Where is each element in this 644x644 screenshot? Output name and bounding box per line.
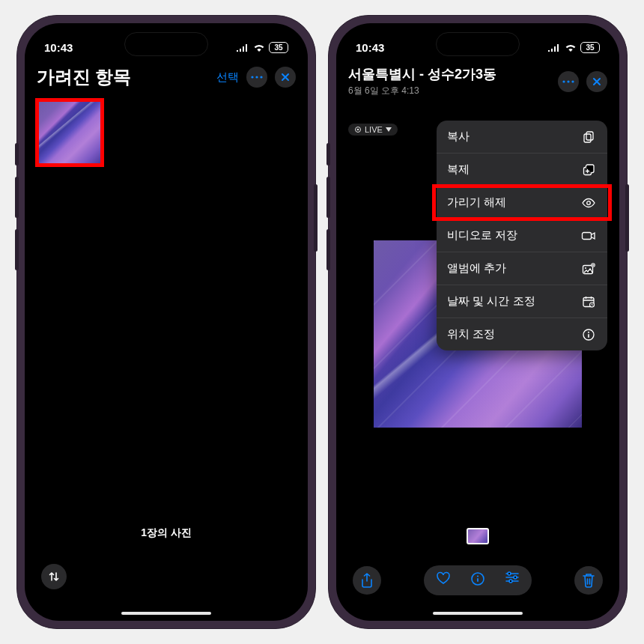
home-indicator[interactable] xyxy=(433,612,523,615)
live-badge[interactable]: LIVE xyxy=(348,124,398,136)
eye-icon xyxy=(580,198,597,208)
menu-label: 복제 xyxy=(447,162,470,177)
svg-rect-8 xyxy=(584,134,591,142)
menu-label: 복사 xyxy=(447,130,470,144)
trash-icon xyxy=(582,573,595,588)
favorite-button[interactable] xyxy=(436,571,451,589)
sliders-icon xyxy=(505,571,520,583)
share-button[interactable] xyxy=(353,566,381,595)
close-icon xyxy=(281,73,290,82)
power-btn xyxy=(625,184,629,252)
close-button[interactable] xyxy=(586,71,607,92)
home-indicator[interactable] xyxy=(121,612,211,615)
toolbar-pill xyxy=(424,565,532,595)
duplicate-icon xyxy=(580,163,597,177)
svg-point-14 xyxy=(585,267,586,269)
share-icon xyxy=(360,573,374,588)
delete-button[interactable] xyxy=(574,566,603,595)
video-icon xyxy=(580,231,597,241)
wifi-icon xyxy=(253,43,265,52)
side-btn xyxy=(326,143,330,165)
sort-arrows-icon xyxy=(48,571,60,583)
screen-left: 10:43 35 가려진 항목 선택 xyxy=(25,23,308,621)
svg-point-4 xyxy=(567,80,569,82)
more-button[interactable] xyxy=(558,71,579,92)
side-btn xyxy=(15,143,19,165)
edit-button[interactable] xyxy=(505,571,520,589)
power-btn xyxy=(314,184,318,252)
sort-button[interactable] xyxy=(41,564,67,589)
photo-thumbnail-highlight xyxy=(35,98,104,167)
info-button[interactable] xyxy=(470,571,485,589)
svg-rect-23 xyxy=(477,578,479,582)
battery-icon: 35 xyxy=(269,42,288,53)
svg-point-22 xyxy=(477,575,479,577)
svg-rect-9 xyxy=(586,132,593,140)
menu-label: 가리기 해제 xyxy=(447,195,506,210)
svg-point-24 xyxy=(508,572,511,575)
svg-point-7 xyxy=(357,129,359,131)
ellipsis-icon xyxy=(251,76,263,79)
menu-item-unhide[interactable]: 가리기 해제 xyxy=(437,186,607,219)
svg-point-0 xyxy=(251,76,253,78)
filmstrip-thumbnail[interactable] xyxy=(467,528,489,544)
menu-item-add-album[interactable]: 앨범에 추가 xyxy=(437,252,607,285)
dynamic-island xyxy=(437,33,519,55)
svg-point-5 xyxy=(571,80,574,82)
status-indicators: 35 xyxy=(548,42,600,53)
close-icon xyxy=(592,77,601,86)
menu-item-duplicate[interactable]: 복제 xyxy=(437,154,607,186)
vol-up-btn xyxy=(326,177,330,218)
vol-up-btn xyxy=(15,177,19,218)
battery-icon: 35 xyxy=(580,42,600,53)
more-button[interactable] xyxy=(246,67,267,88)
svg-point-3 xyxy=(562,80,565,82)
svg-rect-20 xyxy=(588,334,589,338)
menu-item-save-video[interactable]: 비디오로 저장 xyxy=(437,219,607,252)
status-time: 10:43 xyxy=(44,41,73,54)
bottom-toolbar xyxy=(336,565,619,595)
ellipsis-icon xyxy=(562,80,574,83)
menu-label: 앨범에 추가 xyxy=(447,261,506,276)
info-circle-icon xyxy=(470,571,485,586)
svg-point-11 xyxy=(587,201,591,204)
info-icon xyxy=(580,328,597,341)
page-title: 서울특별시 - 성수2가3동 xyxy=(348,65,496,83)
select-button[interactable]: 선택 xyxy=(216,70,239,85)
dynamic-island xyxy=(125,33,207,55)
menu-label: 위치 조정 xyxy=(447,327,495,341)
photo-grid xyxy=(25,92,308,173)
album-icon xyxy=(580,263,597,275)
menu-item-copy[interactable]: 복사 xyxy=(437,121,607,154)
status-time: 10:43 xyxy=(356,41,384,54)
calendar-icon xyxy=(580,295,597,309)
wifi-icon xyxy=(565,43,577,52)
cellular-icon xyxy=(548,43,561,52)
phone-frame-right: 10:43 35 서울특별시 - 성수2가3동 6월 6일 오후 4:13 xyxy=(328,15,628,629)
chevron-down-icon xyxy=(386,127,392,132)
live-icon xyxy=(354,126,362,133)
live-label: LIVE xyxy=(365,125,383,134)
close-button[interactable] xyxy=(275,67,296,88)
nav-row: 가려진 항목 선택 xyxy=(25,61,308,92)
photo-thumbnail[interactable] xyxy=(39,102,100,163)
context-menu: 복사 복제 가리기 해제 비디오로 저장 xyxy=(437,121,607,350)
cellular-icon xyxy=(237,43,249,52)
page-subtitle: 6월 6일 오후 4:13 xyxy=(348,85,496,97)
phone-frame-left: 10:43 35 가려진 항목 선택 xyxy=(16,15,316,629)
menu-item-adjust-datetime[interactable]: 날짜 및 시간 조정 xyxy=(437,285,607,318)
svg-point-26 xyxy=(509,580,512,583)
vol-down-btn xyxy=(15,229,19,270)
menu-label: 날짜 및 시간 조정 xyxy=(447,294,535,309)
svg-point-25 xyxy=(514,576,517,579)
status-indicators: 35 xyxy=(237,42,288,53)
menu-label: 비디오로 저장 xyxy=(447,228,517,243)
screen-right: 10:43 35 서울특별시 - 성수2가3동 6월 6일 오후 4:13 xyxy=(336,23,619,621)
svg-point-19 xyxy=(588,331,589,332)
svg-rect-12 xyxy=(583,232,592,239)
svg-point-2 xyxy=(260,76,262,78)
vol-down-btn xyxy=(326,229,330,270)
copy-icon xyxy=(580,130,597,144)
page-title: 가려진 항목 xyxy=(37,65,130,89)
menu-item-adjust-location[interactable]: 위치 조정 xyxy=(437,318,607,350)
